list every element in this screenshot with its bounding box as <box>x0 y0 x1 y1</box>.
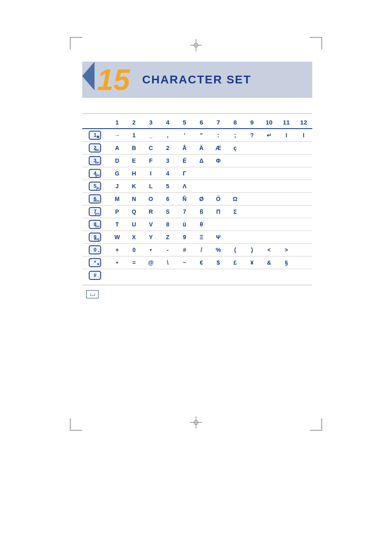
cell <box>261 218 278 231</box>
table-row: 2 abc A B C 2 Å Ä Æ ç <box>82 142 312 155</box>
row-badge-7: 7 prs <box>89 207 101 216</box>
corner-mark-tr <box>310 37 322 49</box>
cell: Æ <box>210 142 227 155</box>
cell: Ψ <box>210 231 227 244</box>
cell <box>193 167 210 180</box>
cell: 1 <box>126 129 143 142</box>
cell: ¥ <box>244 256 261 269</box>
cell: D <box>108 155 125 167</box>
cell <box>126 269 143 282</box>
cell: Z <box>159 231 176 244</box>
cell: ' <box>176 129 193 142</box>
cell <box>244 218 261 231</box>
cell: ç <box>227 142 244 155</box>
row-badge-4: 4 ghi <box>89 169 101 178</box>
cell: ? <box>244 129 261 142</box>
chapter-number: 15 <box>97 65 130 95</box>
cell: € <box>193 256 210 269</box>
row-badge-cell-hash: # ↑ <box>82 269 108 282</box>
cell <box>295 193 312 205</box>
cell: H <box>126 167 143 180</box>
cell: L <box>143 180 159 193</box>
cell <box>278 193 295 205</box>
cell <box>176 269 193 282</box>
cell: θ <box>193 218 210 231</box>
cell <box>295 218 312 231</box>
cell: % <box>210 244 227 256</box>
cell: 5 <box>159 180 176 193</box>
table-top-line <box>82 113 312 114</box>
cell: \ <box>159 256 176 269</box>
cell: Q <box>126 205 143 218</box>
cell <box>244 180 261 193</box>
row-badge-cell-star: * ⊕ <box>82 256 108 269</box>
row-badge-1: 1 ▣ <box>89 131 101 140</box>
character-set-table: 1 2 3 4 5 6 7 8 9 10 11 12 <box>82 117 312 282</box>
cell: X <box>126 231 143 244</box>
cell: G <box>108 167 125 180</box>
row-badge-cell-5: 5 jkl <box>82 180 108 193</box>
row-badge-star: * ⊕ <box>89 258 101 267</box>
cell <box>295 142 312 155</box>
cell: < <box>261 244 278 256</box>
row-badge-cell-2: 2 abc <box>82 142 108 155</box>
table-row: 4 ghi G H I 4 Γ <box>82 167 312 180</box>
cell: 8 <box>159 218 176 231</box>
cell: Σ <box>227 205 244 218</box>
cell: Ñ <box>176 193 193 205</box>
cell <box>227 155 244 167</box>
table-row: 1 ▣ → 1 _ , ' " : ; ? ↵ I I <box>82 129 312 142</box>
cell: _ <box>143 129 159 142</box>
space-indicator: ⌴ <box>86 290 99 298</box>
crosshair-bottom <box>190 416 202 429</box>
cell: Å <box>176 142 193 155</box>
table-row: 0 + + 0 • - # / % ( ) < > <box>82 244 312 256</box>
cell: T <box>108 218 125 231</box>
cell <box>193 269 210 282</box>
cell <box>261 155 278 167</box>
row-badge-3: 3 def <box>89 156 101 165</box>
chapter-title: CHARACTER SET <box>142 73 251 86</box>
cell <box>278 218 295 231</box>
cell <box>244 193 261 205</box>
cell: Ö <box>210 193 227 205</box>
cell <box>227 167 244 180</box>
cell <box>278 167 295 180</box>
cell: & <box>261 256 278 269</box>
cell: Ω <box>227 193 244 205</box>
col-header-4: 4 <box>159 117 176 129</box>
cell: ( <box>227 244 244 256</box>
cell <box>278 155 295 167</box>
cell: W <box>108 231 125 244</box>
cell <box>210 218 227 231</box>
cell: • <box>108 256 125 269</box>
row-badge-cell-0: 0 + <box>82 244 108 256</box>
row-badge-9: 9 wxy <box>89 233 101 242</box>
cell: I <box>278 129 295 142</box>
table-header-row: 1 2 3 4 5 6 7 8 9 10 11 12 <box>82 117 312 129</box>
cell: : <box>210 129 227 142</box>
main-content: 15 CHARACTER SET 1 2 3 4 5 6 7 8 9 10 1 <box>82 62 312 302</box>
cell: ~ <box>176 256 193 269</box>
cell <box>278 231 295 244</box>
corner-mark-tl <box>70 37 82 49</box>
cell <box>295 231 312 244</box>
cell: 6 <box>159 193 176 205</box>
cell <box>295 269 312 282</box>
cell <box>261 180 278 193</box>
cell <box>159 269 176 282</box>
cell <box>261 231 278 244</box>
cell <box>261 205 278 218</box>
cell <box>227 269 244 282</box>
col-header-12: 12 <box>295 117 312 129</box>
cell: £ <box>227 256 244 269</box>
corner-mark-bl <box>70 418 82 431</box>
cell <box>244 269 261 282</box>
cell <box>261 269 278 282</box>
cell: ü <box>176 218 193 231</box>
table-row: 5 jkl J K L 5 Λ <box>82 180 312 193</box>
cell: Λ <box>176 180 193 193</box>
table-bottom-line <box>82 285 312 285</box>
row-badge-8: 8 tuv <box>89 220 101 229</box>
col-header-8: 8 <box>227 117 244 129</box>
